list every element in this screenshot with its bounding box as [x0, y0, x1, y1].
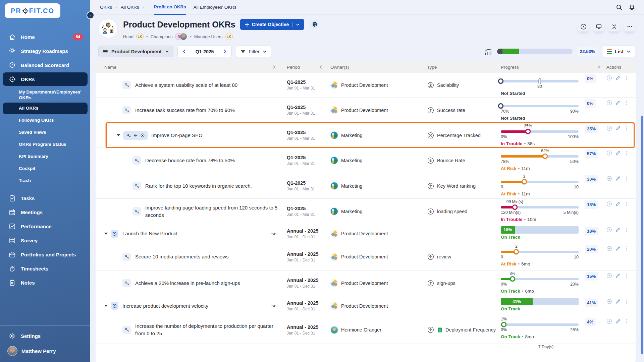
slider-track[interactable]	[501, 105, 579, 107]
edit-button[interactable]	[615, 125, 621, 131]
kr-type-pill[interactable]	[123, 131, 148, 140]
okr-name[interactable]: Increase task success rate from 70% to 9…	[135, 107, 235, 114]
previous-period-button[interactable]	[178, 46, 191, 57]
column-header-progress-sort[interactable]	[584, 65, 605, 69]
more-actions-button[interactable]	[624, 273, 630, 279]
period-label[interactable]: Q1-2025	[191, 46, 218, 57]
team-logo-helmet-icon[interactable]	[309, 19, 320, 30]
slider-track[interactable]	[501, 323, 579, 326]
breadcrumb-all-okrs[interactable]: All OKRs	[121, 5, 139, 10]
sidebar-item-meetings[interactable]: Meetings	[3, 206, 88, 219]
more-actions-button[interactable]	[624, 299, 630, 304]
okr-name[interactable]: Launch the New Product	[122, 230, 177, 237]
manage-user-chip[interactable]: LK	[225, 33, 233, 40]
slider-track[interactable]	[501, 206, 579, 208]
play-demo-button[interactable]	[578, 21, 589, 32]
slider-track[interactable]	[501, 278, 579, 280]
presentation-button[interactable]	[593, 21, 604, 32]
sidebar-item-performance[interactable]: Performance	[3, 220, 88, 233]
column-header-name[interactable]: Name	[96, 65, 282, 70]
add-button[interactable]	[606, 75, 612, 81]
edit-button[interactable]	[615, 318, 621, 324]
sidebar-subitem-saved-views[interactable]: Saved Views	[3, 127, 88, 138]
progress-bar[interactable]: 41%	[501, 298, 579, 305]
okr-name[interactable]: Increase the number of deployments to pr…	[135, 322, 280, 337]
sidebar-item-tasks[interactable]: Tasks	[3, 192, 88, 205]
slider-handle[interactable]	[512, 204, 518, 210]
tab-profitco-okrs[interactable]: Profit.co OKRs	[154, 0, 186, 15]
okr-name[interactable]: Achieve a 20% increase in pre-launch sig…	[135, 280, 240, 287]
more-actions-button[interactable]	[624, 150, 630, 156]
overall-progress-bar[interactable]	[497, 49, 573, 54]
column-header-owners[interactable]: Owner(s)	[328, 65, 426, 70]
add-button[interactable]	[606, 273, 612, 279]
notifications-bell-icon[interactable]	[629, 4, 635, 11]
add-button[interactable]	[606, 246, 612, 251]
head-user-chip[interactable]: LK	[136, 33, 144, 40]
sidebar-subitem-all-okrs[interactable]: All OKRs	[3, 103, 88, 114]
collapse-all-button[interactable]	[608, 21, 620, 32]
edit-button[interactable]	[615, 176, 621, 181]
sidebar-collapse-button[interactable]: ‹	[87, 11, 94, 19]
profit-co-logo[interactable]: PR FIT.CO	[5, 3, 60, 18]
add-button[interactable]	[606, 227, 612, 233]
slider-handle[interactable]	[525, 129, 531, 134]
add-button[interactable]	[606, 150, 612, 156]
okr-name[interactable]: Improve On-page SEO	[151, 132, 203, 139]
slider-handle[interactable]	[510, 276, 515, 282]
slider-track[interactable]	[501, 155, 579, 158]
champion-photo-chip[interactable]	[180, 33, 187, 40]
edit-button[interactable]	[615, 246, 621, 251]
slider-track[interactable]	[501, 251, 579, 253]
more-actions-button[interactable]	[624, 75, 630, 81]
team-selector-dropdown[interactable]: Product Development	[98, 46, 173, 57]
slider-handle[interactable]	[501, 322, 506, 327]
more-actions-button[interactable]	[624, 201, 630, 207]
add-button[interactable]	[606, 318, 612, 324]
sidebar-item-notes[interactable]: Notes	[3, 276, 88, 290]
user-menu[interactable]: Matthew Perry	[0, 343, 90, 357]
sidebar-subitem-okrs-program-status[interactable]: OKRs Program Status	[3, 139, 88, 150]
search-icon[interactable]	[616, 4, 623, 11]
breadcrumb-okrs[interactable]: OKRs	[100, 5, 112, 10]
add-button[interactable]	[606, 201, 612, 207]
edit-button[interactable]	[615, 100, 621, 106]
sidebar-subitem-kpi-summary[interactable]: KPI Summary	[3, 151, 88, 163]
alignment-icon[interactable]	[271, 231, 277, 237]
column-header-type[interactable]: Type	[426, 65, 499, 70]
more-options-button[interactable]	[624, 21, 635, 32]
sidebar-item-timesheets[interactable]: Timesheets	[3, 262, 88, 276]
slider-handle[interactable]	[498, 78, 503, 84]
more-actions-button[interactable]	[624, 246, 630, 251]
edit-button[interactable]	[615, 150, 621, 156]
okr-name[interactable]: Secure 10 media placements and reviews	[135, 253, 228, 260]
sort-icon[interactable]	[319, 65, 324, 69]
slider-handle[interactable]	[542, 154, 548, 159]
sidebar-item-survey[interactable]: Survey	[3, 234, 88, 247]
add-button[interactable]	[606, 176, 612, 181]
sort-icon[interactable]	[271, 65, 276, 69]
add-button[interactable]	[606, 125, 612, 131]
column-header-period[interactable]: Period	[282, 65, 328, 70]
sidebar-subitem-my-departments-employees-okrs[interactable]: My Departments'/Employees' OKRs	[3, 88, 88, 102]
slider-handle[interactable]	[522, 179, 527, 184]
sidebar-subitem-trash[interactable]: Trash	[3, 175, 88, 187]
slider-handle[interactable]	[514, 249, 519, 254]
vertical-scrollbar[interactable]	[641, 116, 643, 354]
sidebar-item-okrs[interactable]: OKRs	[3, 72, 88, 86]
slider-handle[interactable]	[498, 103, 503, 109]
progress-bar[interactable]: 18%	[501, 226, 579, 234]
sidebar-item-home[interactable]: Home54	[3, 30, 88, 44]
more-actions-button[interactable]	[624, 227, 630, 233]
okr-name[interactable]: Increase product development velocity	[122, 302, 208, 310]
collapse-caret[interactable]	[104, 305, 108, 307]
okr-name[interactable]: Rank for the top 10 keywords in organic …	[145, 182, 252, 190]
more-actions-button[interactable]	[624, 318, 630, 324]
sort-icon[interactable]	[597, 65, 601, 69]
progress-bar-grip[interactable]	[497, 49, 502, 54]
add-button[interactable]	[606, 299, 612, 304]
progress-chart-icon[interactable]	[484, 48, 493, 55]
edit-button[interactable]	[615, 201, 621, 207]
slider-track[interactable]	[501, 80, 579, 82]
alignment-icon[interactable]	[271, 303, 277, 309]
